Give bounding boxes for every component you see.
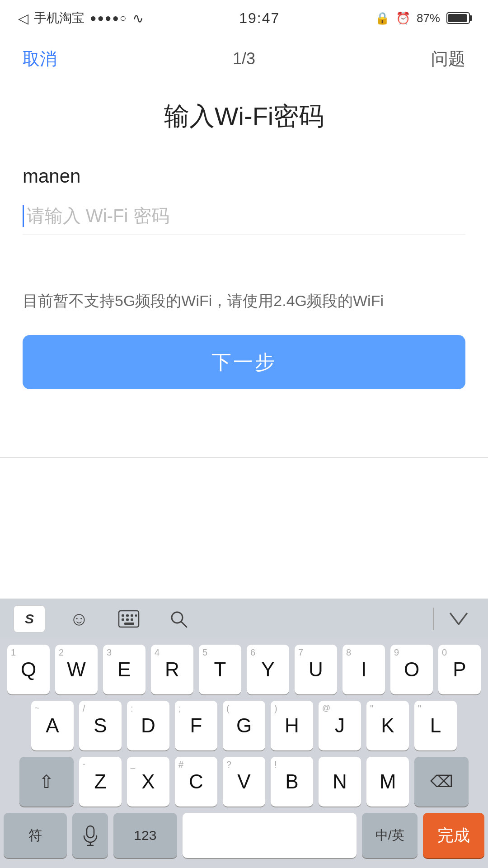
keyboard-container: S ☺ [0, 599, 488, 868]
shift-icon: ⇧ [39, 771, 54, 792]
done-key[interactable]: 完成 [423, 813, 484, 858]
keyboard-hide-icon[interactable] [443, 605, 474, 632]
battery-percent: 87% [417, 11, 440, 25]
cancel-button[interactable]: 取消 [23, 47, 57, 71]
wifi-name-display: manen [23, 161, 465, 192]
nav-bar: 取消 1/3 问题 [0, 36, 488, 81]
key-r[interactable]: 4 R [151, 645, 193, 694]
key-f[interactable]: ; F [175, 701, 217, 750]
svg-line-10 [181, 622, 187, 627]
divider [0, 457, 488, 458]
toolbar-separator [433, 608, 434, 630]
key-o[interactable]: 9 O [390, 645, 433, 694]
svg-rect-5 [122, 618, 124, 621]
battery-icon [446, 12, 470, 24]
text-cursor [23, 205, 24, 227]
done-key-label: 完成 [437, 827, 470, 844]
back-icon: ◁ [18, 10, 28, 26]
key-h[interactable]: ) H [271, 701, 313, 750]
notice-text: 目前暂不支持5G频段的WiFi，请使用2.4G频段的WiFi [23, 289, 465, 312]
status-right: 🔒 ⏰ 87% [375, 11, 470, 25]
key-row-4: 符 123 中/英 完成 [4, 813, 484, 858]
key-m[interactable]: M [366, 757, 409, 807]
sogou-icon[interactable]: S [14, 605, 45, 632]
svg-rect-1 [122, 614, 124, 617]
key-l[interactable]: " L [414, 701, 457, 750]
page-title: 输入Wi-Fi密码 [23, 99, 465, 134]
next-button[interactable]: 下一步 [23, 335, 465, 389]
password-input-wrapper[interactable]: 请输入 Wi-Fi 密码 [23, 197, 465, 235]
key-p[interactable]: 0 P [438, 645, 481, 694]
delete-key[interactable]: ⌫ [414, 757, 469, 807]
svg-rect-2 [126, 614, 129, 617]
key-w[interactable]: 2 W [55, 645, 98, 694]
key-u[interactable]: 7 U [295, 645, 337, 694]
key-t[interactable]: 5 T [199, 645, 241, 694]
key-s[interactable]: / S [79, 701, 122, 750]
wifi-icon: ∿ [132, 10, 144, 26]
mic-icon [82, 825, 99, 846]
status-time: 19:47 [239, 10, 280, 27]
key-n[interactable]: N [319, 757, 361, 807]
key-row-1: 1 Q 2 W 3 E 4 R 5 T 6 Y [4, 645, 484, 694]
key-y[interactable]: 6 Y [247, 645, 289, 694]
key-c[interactable]: # C [175, 757, 217, 807]
svg-rect-8 [124, 623, 134, 625]
svg-rect-3 [131, 614, 133, 617]
key-k[interactable]: " K [366, 701, 409, 750]
svg-rect-6 [126, 618, 129, 621]
app-name: 手机淘宝 [34, 9, 84, 27]
lang-key-label: 中/英 [375, 827, 404, 844]
status-bar: ◁ 手机淘宝 ●●●●○ ∿ 19:47 🔒 ⏰ 87% [0, 0, 488, 36]
password-placeholder: 请输入 Wi-Fi 密码 [27, 203, 169, 228]
toolbar-left: S ☺ [14, 605, 194, 632]
svg-rect-11 [87, 826, 94, 838]
status-left: ◁ 手机淘宝 ●●●●○ ∿ [18, 9, 144, 27]
keyboard-keys: 1 Q 2 W 3 E 4 R 5 T 6 Y [0, 639, 488, 868]
help-button[interactable]: 问题 [431, 47, 465, 71]
key-i[interactable]: 8 I [343, 645, 385, 694]
keyboard-layout-icon[interactable] [113, 605, 145, 632]
mic-key[interactable] [72, 813, 108, 858]
key-j[interactable]: @ J [319, 701, 361, 750]
next-button-label: 下一步 [211, 349, 277, 376]
main-content: 输入Wi-Fi密码 manen 请输入 Wi-Fi 密码 目前暂不支持5G频段的… [0, 81, 488, 403]
lock-icon: 🔒 [375, 11, 389, 25]
signal-dots: ●●●●○ [90, 12, 127, 24]
key-d[interactable]: : D [127, 701, 169, 750]
symbol-key[interactable]: 符 [4, 813, 67, 858]
space-key[interactable] [183, 813, 357, 858]
key-row-3: ⇧ - Z _ X # C ? V ! B [4, 757, 484, 807]
alarm-icon: ⏰ [396, 11, 410, 25]
svg-rect-4 [135, 614, 137, 617]
key-x[interactable]: _ X [127, 757, 169, 807]
num-key-label: 123 [134, 828, 156, 843]
key-b[interactable]: ! B [271, 757, 313, 807]
search-icon[interactable] [163, 605, 194, 632]
num-key[interactable]: 123 [113, 813, 177, 858]
delete-icon: ⌫ [430, 772, 453, 791]
key-v[interactable]: ? V [223, 757, 265, 807]
key-q[interactable]: 1 Q [7, 645, 50, 694]
key-g[interactable]: ( G [223, 701, 265, 750]
toolbar-right [428, 605, 474, 632]
svg-rect-7 [131, 618, 133, 621]
key-z[interactable]: - Z [79, 757, 122, 807]
key-e[interactable]: 3 E [103, 645, 145, 694]
emoji-icon[interactable]: ☺ [63, 605, 95, 632]
key-row-2: ~ A / S : D ; F ( G ) H [4, 701, 484, 750]
shift-key[interactable]: ⇧ [19, 757, 74, 807]
keyboard-toolbar: S ☺ [0, 599, 488, 639]
key-a[interactable]: ~ A [31, 701, 74, 750]
lang-key[interactable]: 中/英 [362, 813, 418, 858]
symbol-key-label: 符 [28, 826, 42, 845]
progress-label: 1/3 [233, 49, 255, 68]
